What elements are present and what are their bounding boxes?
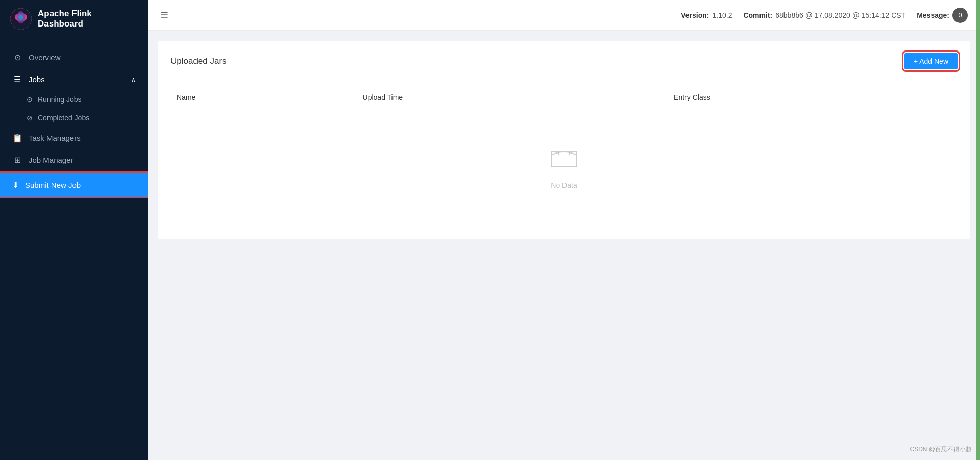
sidebar-item-completed-jobs[interactable]: ⊘ Completed Jobs <box>0 109 148 127</box>
version-label: Version: <box>681 11 709 19</box>
col-name: Name <box>170 88 357 107</box>
topbar-left: ☰ <box>160 10 177 21</box>
app-logo-icon <box>10 8 32 30</box>
submit-job-label: Submit New Job <box>25 181 81 189</box>
jobs-icon: ☰ <box>12 74 22 84</box>
sidebar-item-job-manager[interactable]: ⊞ Job Manager <box>0 149 148 171</box>
no-data-cell: No Data <box>170 107 958 226</box>
sidebar-item-overview[interactable]: ⊙ Overview <box>0 46 148 68</box>
add-new-button[interactable]: + Add New <box>904 53 958 69</box>
job-manager-icon: ⊞ <box>12 155 22 165</box>
jobs-expand-arrow: ∧ <box>131 76 136 83</box>
no-data-row: No Data <box>170 107 958 226</box>
completed-jobs-icon: ⊘ <box>27 114 33 122</box>
watermark: CSDN @百思不得小赵 <box>910 445 972 454</box>
scrollbar[interactable] <box>976 0 980 460</box>
task-managers-label: Task Managers <box>29 134 81 142</box>
message-count: 0 <box>958 11 962 19</box>
uploaded-jars-card: Uploaded Jars + Add New Name Upload Time… <box>158 41 970 239</box>
sidebar-logo: Apache Flink Dashboard <box>0 0 148 38</box>
no-data-text: No Data <box>551 181 577 189</box>
jobs-submenu: ⊙ Running Jobs ⊘ Completed Jobs <box>0 90 148 127</box>
no-data-container: No Data <box>177 113 951 220</box>
card-header: Uploaded Jars + Add New <box>170 53 958 78</box>
table-header-row: Name Upload Time Entry Class <box>170 88 958 107</box>
topbar: ☰ Version: 1.10.2 Commit: 68bb8b6 @ 17.0… <box>148 0 980 31</box>
topbar-right: Version: 1.10.2 Commit: 68bb8b6 @ 17.08.… <box>681 8 968 23</box>
sidebar-item-jobs-label: Jobs <box>29 75 45 84</box>
running-jobs-icon: ⊙ <box>27 95 33 104</box>
sidebar-navigation: ⊙ Overview ☰ Jobs ∧ ⊙ Running Jobs ⊘ Com… <box>0 38 148 460</box>
submit-job-icon: ⬇ <box>12 180 19 190</box>
main-area: ☰ Version: 1.10.2 Commit: 68bb8b6 @ 17.0… <box>148 0 980 460</box>
table-header: Name Upload Time Entry Class <box>170 88 958 107</box>
col-upload-time: Upload Time <box>357 88 668 107</box>
commit-value: 68bb8b6 @ 17.08.2020 @ 15:14:12 CST <box>775 11 905 19</box>
task-managers-icon: 📋 <box>12 133 22 143</box>
hamburger-icon[interactable]: ☰ <box>160 10 168 21</box>
version-value: 1.10.2 <box>713 11 732 19</box>
commit-label: Commit: <box>743 11 772 19</box>
sidebar-item-task-managers[interactable]: 📋 Task Managers <box>0 127 148 149</box>
page-title: Uploaded Jars <box>170 56 227 66</box>
sidebar-item-submit-new-job[interactable]: ⬇ Submit New Job <box>0 173 148 197</box>
job-manager-label: Job Manager <box>29 156 74 164</box>
message-label: Message: <box>917 11 949 19</box>
sidebar-item-running-jobs[interactable]: ⊙ Running Jobs <box>0 90 148 109</box>
col-entry-class: Entry Class <box>668 88 958 107</box>
svg-point-3 <box>18 15 23 20</box>
running-jobs-label: Running Jobs <box>38 95 82 104</box>
page-content: Uploaded Jars + Add New Name Upload Time… <box>148 31 980 460</box>
completed-jobs-label: Completed Jobs <box>38 114 89 122</box>
sidebar: Apache Flink Dashboard ⊙ Overview ☰ Jobs… <box>0 0 148 460</box>
overview-icon: ⊙ <box>12 53 22 62</box>
no-data-icon <box>549 144 579 175</box>
message-badge[interactable]: 0 <box>952 8 968 23</box>
jars-table: Name Upload Time Entry Class <box>170 88 958 226</box>
table-body: No Data <box>170 107 958 226</box>
sidebar-item-jobs[interactable]: ☰ Jobs ∧ <box>0 68 148 90</box>
sidebar-item-overview-label: Overview <box>29 53 61 62</box>
app-title: Apache Flink Dashboard <box>38 9 138 29</box>
